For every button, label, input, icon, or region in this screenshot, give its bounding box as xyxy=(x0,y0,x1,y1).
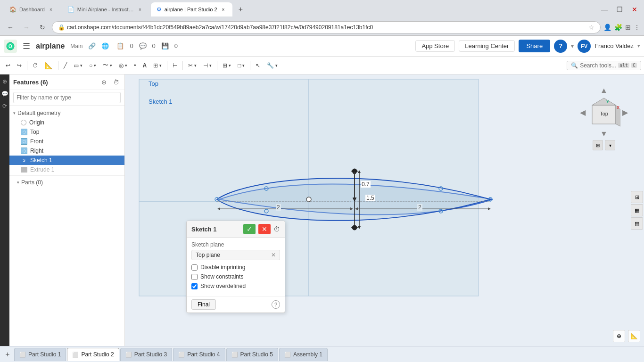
view-option-1[interactable]: ⊞ xyxy=(593,140,603,150)
plane-clear-icon[interactable]: ✕ xyxy=(271,252,276,258)
view-up-arrow[interactable]: ▲ xyxy=(600,86,608,95)
bottom-tab-part-studio-1[interactable]: ⬜ Part Studio 1 xyxy=(14,348,66,361)
browser-tab-2[interactable]: 📄 Mini Airplane - Instructables × xyxy=(62,2,149,16)
view-left-arrow[interactable]: ◀ xyxy=(580,108,586,117)
bottom-tab-part-studio-2[interactable]: ⬜ Part Studio 2 xyxy=(67,348,119,361)
sketch-clock-icon[interactable]: ⏱ xyxy=(273,225,280,233)
tree-item-sketch1[interactable]: S Sketch 1 xyxy=(9,156,124,165)
add-tab-button[interactable]: + xyxy=(2,349,13,360)
text-tool[interactable]: A xyxy=(140,59,149,72)
back-button[interactable]: ← xyxy=(4,21,17,34)
history-button[interactable]: ⏱ xyxy=(30,59,41,72)
user-avatar[interactable]: FV xyxy=(578,40,591,53)
save-icon[interactable]: 💾 xyxy=(161,42,169,49)
filter-input[interactable] xyxy=(13,92,121,103)
tab-close-3[interactable]: × xyxy=(220,6,227,13)
point-tool[interactable]: • xyxy=(131,59,139,72)
sidebar-icon-add[interactable]: ⊕ xyxy=(0,77,9,86)
more-options-icon[interactable]: ⋮ xyxy=(634,24,640,31)
help-button[interactable]: ? xyxy=(554,40,567,53)
app-store-button[interactable]: App Store xyxy=(415,40,455,52)
offset-tool[interactable]: ◎▾ xyxy=(116,59,130,72)
link-icon[interactable]: 🔗 xyxy=(88,42,96,49)
default-geometry-header[interactable]: ▾ Default geometry xyxy=(9,108,124,118)
parts-header[interactable]: ▾ Parts (0) xyxy=(13,178,121,187)
show-constraints-checkbox[interactable] xyxy=(191,274,198,280)
view-option-2[interactable]: ▾ xyxy=(605,140,615,150)
redo-button[interactable]: ↪ xyxy=(14,59,25,72)
globe-icon[interactable]: 🌐 xyxy=(101,42,109,49)
notifications-icon[interactable]: 📋 xyxy=(116,42,124,49)
tab-close-2[interactable]: × xyxy=(137,6,143,13)
onshape-logo[interactable]: O xyxy=(4,40,17,53)
bottom-tab-part-studio-5[interactable]: ⬜ Part Studio 5 xyxy=(226,348,278,361)
mirror-tool[interactable]: ⊣▾ xyxy=(200,59,215,72)
bookmark-icon[interactable]: ☆ xyxy=(588,24,594,31)
forward-button[interactable]: → xyxy=(20,21,33,34)
tab-close-1[interactable]: × xyxy=(48,6,54,13)
bottom-tab-part-studio-3[interactable]: ⬜ Part Studio 3 xyxy=(120,348,172,361)
browser-tab-3[interactable]: ⚙ airplane | Part Studio 2 × xyxy=(151,2,232,16)
learning-center-button[interactable]: Learning Center xyxy=(459,40,515,52)
canvas-icon-1[interactable]: ⊞ xyxy=(631,191,643,203)
measure-button[interactable]: 📐 xyxy=(42,59,56,72)
undo-button[interactable]: ↩ xyxy=(3,59,13,72)
sketch-cancel-button[interactable]: ✕ xyxy=(258,224,271,234)
search-tools[interactable]: 🔍 Search tools... alt C xyxy=(567,61,641,70)
user-name[interactable]: Franco Valdez xyxy=(594,42,634,49)
transform-tool[interactable]: ⊞▾ xyxy=(150,59,165,72)
bottom-tab-part-studio-4[interactable]: ⬜ Part Studio 4 xyxy=(173,348,225,361)
view-down-arrow[interactable]: ▼ xyxy=(600,130,608,138)
tree-item-front[interactable]: ⬡ Front xyxy=(9,137,124,146)
show-overdefined-label: Show overdefined xyxy=(200,283,246,289)
render-tool[interactable]: □▾ xyxy=(235,59,248,72)
popup-help-button[interactable]: ? xyxy=(272,300,280,309)
tools2-button[interactable]: 🔧▾ xyxy=(264,59,281,72)
share-button[interactable]: Share xyxy=(519,40,550,52)
constraints-tool[interactable]: ⊢ xyxy=(170,59,180,72)
profile-icon[interactable]: 👤 xyxy=(603,24,611,31)
rectangle-tool[interactable]: ▭▾ xyxy=(71,59,85,72)
trim-tool[interactable]: ✂▾ xyxy=(185,59,199,72)
help-dropdown-icon[interactable]: ▾ xyxy=(571,43,574,49)
tree-item-origin[interactable]: Origin xyxy=(9,118,124,127)
browser-tab-1[interactable]: 🏠 Dashboard × xyxy=(4,2,60,16)
minimize-button[interactable]: — xyxy=(599,4,610,15)
reload-button[interactable]: ↻ xyxy=(36,21,49,34)
tab-title-3: airplane | Part Studio 2 xyxy=(165,7,217,12)
new-tab-button[interactable]: + xyxy=(234,3,248,16)
user-dropdown-icon[interactable]: ▾ xyxy=(637,43,640,49)
extensions-icon[interactable]: 🧩 xyxy=(614,24,622,31)
feature-add-icon[interactable]: ⊕ xyxy=(99,77,108,87)
view-right-arrow[interactable]: ▶ xyxy=(622,108,628,117)
tree-item-extrude1[interactable]: Extrude 1 xyxy=(9,165,124,174)
canvas-area[interactable]: Top Sketch 1 0.7 1.5 2 2 Sketch 1 ✓ ✕ ⏱ … xyxy=(125,74,644,346)
tree-item-right[interactable]: ⬡ Right xyxy=(9,146,124,156)
pattern-tool[interactable]: ⊞▾ xyxy=(220,59,234,72)
sidebar-icon-refresh[interactable]: ⟳ xyxy=(0,102,9,110)
spline-tool[interactable]: 〜▾ xyxy=(100,59,115,72)
circle-tool[interactable]: ○▾ xyxy=(86,59,99,72)
tree-item-top[interactable]: ⬡ Top xyxy=(9,127,124,137)
comment-icon[interactable]: 💬 xyxy=(139,42,147,49)
sidebar-toggle-icon[interactable]: ⊞ xyxy=(625,24,631,31)
hamburger-menu[interactable]: ☰ xyxy=(21,39,32,53)
view-cube-3d[interactable]: Top Y X xyxy=(587,96,620,129)
final-button[interactable]: Final xyxy=(191,299,216,310)
disable-imprinting-checkbox[interactable] xyxy=(191,264,198,271)
address-bar[interactable]: 🔒 cad.onshape.com/documents/f44b1dc20f54… xyxy=(52,21,601,33)
sketch-confirm-button[interactable]: ✓ xyxy=(243,224,256,234)
canvas-bottom-icon-2[interactable]: 📐 xyxy=(628,330,640,342)
select-tool[interactable]: ↖ xyxy=(253,59,263,72)
canvas-icon-3[interactable]: ▤ xyxy=(631,217,643,230)
sidebar-icon-comment[interactable]: 💬 xyxy=(0,90,9,98)
bottom-tab-assembly-1[interactable]: ⬜ Assembly 1 xyxy=(279,348,328,361)
close-button[interactable]: ✕ xyxy=(629,4,640,15)
canvas-icon-2[interactable]: ▦ xyxy=(631,204,643,216)
restore-button[interactable]: ❐ xyxy=(614,4,625,15)
feature-clock-icon[interactable]: ⏱ xyxy=(111,77,121,87)
line-tool[interactable]: ╱ xyxy=(61,59,70,72)
canvas-bottom-icon-1[interactable]: ⊕ xyxy=(613,330,625,342)
show-overdefined-checkbox[interactable] xyxy=(191,283,198,289)
main-layout: ⊕ 💬 ⟳ Features (6) ⊕ ⏱ ▾ Default geometr… xyxy=(0,74,644,346)
